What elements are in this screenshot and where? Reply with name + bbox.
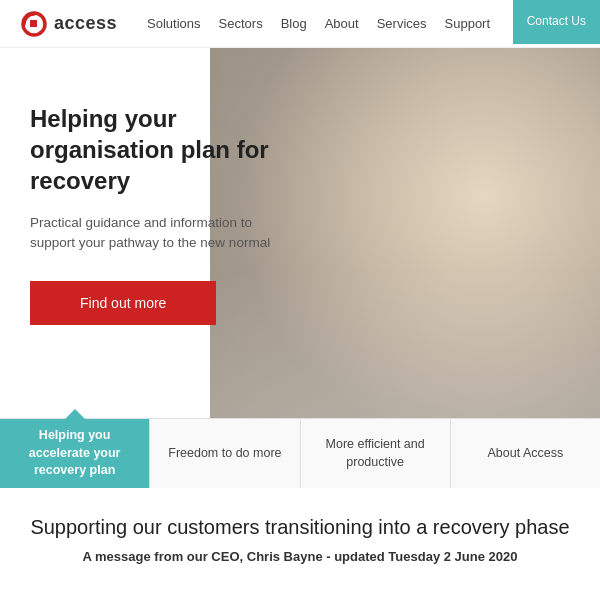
nav-blog[interactable]: Blog [281, 16, 307, 31]
brand-name: access [54, 13, 117, 34]
nav-support[interactable]: Support [445, 16, 491, 31]
nav-services[interactable]: Services [377, 16, 427, 31]
hero-title: Helping your organisation plan for recov… [30, 103, 300, 197]
nav-about[interactable]: About [325, 16, 359, 31]
tab-recovery[interactable]: Helping you accelerate your recovery pla… [0, 419, 150, 488]
contact-button[interactable]: Contact Us [513, 0, 600, 44]
hero-section: Helping your organisation plan for recov… [0, 48, 600, 418]
bottom-subtitle: A message from our CEO, Chris Bayne - up… [30, 549, 570, 564]
nav-solutions[interactable]: Solutions [147, 16, 200, 31]
logo[interactable]: access [20, 10, 117, 38]
bottom-section: Supporting our customers transitioning i… [0, 488, 600, 580]
navbar: access Solutions Sectors Blog About Serv… [0, 0, 600, 48]
tab-efficient[interactable]: More efficient and productive [301, 419, 451, 488]
hero-content: Helping your organisation plan for recov… [0, 48, 330, 355]
logo-icon [20, 10, 48, 38]
find-out-more-button[interactable]: Find out more [30, 281, 216, 325]
svg-rect-1 [30, 20, 37, 27]
hero-subtitle: Practical guidance and information to su… [30, 213, 290, 254]
bottom-title: Supporting our customers transitioning i… [30, 516, 570, 539]
tabs-row: Helping you accelerate your recovery pla… [0, 418, 600, 488]
nav-sectors[interactable]: Sectors [219, 16, 263, 31]
tab-about-access[interactable]: About Access [451, 419, 600, 488]
tab-freedom[interactable]: Freedom to do more [150, 419, 300, 488]
